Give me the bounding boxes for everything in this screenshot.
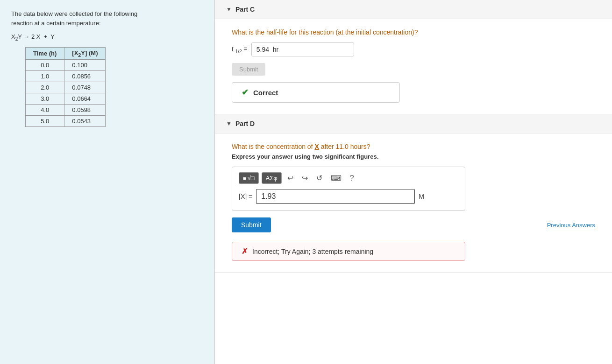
part-c-chevron-icon: ▼: [226, 6, 232, 13]
refresh-icon: ↺: [316, 174, 322, 182]
undo-button[interactable]: ↩: [285, 172, 296, 184]
time-cell: 4.0: [26, 105, 64, 116]
part-c-answer-label: t 1/2 =: [232, 45, 248, 54]
conc-cell: 0.0543: [64, 116, 106, 127]
table-row: 1.00.0856: [26, 71, 106, 82]
time-cell: 3.0: [26, 93, 64, 105]
table-row: 3.00.0664: [26, 93, 106, 105]
previous-answers-link[interactable]: Previous Answers: [547, 222, 595, 229]
math-input-wrapper: ■ √□ ΑΣφ ↩ ↪ ↺ ⌨: [232, 167, 465, 211]
conc-cell: 0.100: [64, 60, 106, 71]
redo-button[interactable]: ↪: [299, 172, 311, 184]
part-c-body: What is the half-life for this reaction …: [215, 19, 612, 114]
reaction-equation: X2Y → 2 X + Y: [11, 32, 203, 42]
greek-button[interactable]: ΑΣφ: [262, 172, 282, 184]
part-d-instruction: Express your answer using two significan…: [232, 153, 595, 160]
keyboard-button[interactable]: ⌨: [328, 172, 344, 184]
part-d-submit-button[interactable]: Submit: [232, 217, 271, 232]
part-c-answer-row: t 1/2 =: [232, 42, 595, 56]
conc-cell: 0.0856: [64, 71, 106, 82]
part-d-actions-row: Submit Previous Answers: [232, 217, 595, 237]
math-input-row: [X] = M: [239, 189, 458, 204]
table-row: 2.00.0748: [26, 82, 106, 93]
col-conc-header: [X2Y] (M): [64, 47, 106, 60]
part-c-correct-label: Correct: [253, 89, 278, 97]
part-d-header[interactable]: ▼ Part D: [215, 114, 612, 133]
math-template-button[interactable]: ■ √□: [239, 172, 259, 184]
table-row: 4.00.0598: [26, 105, 106, 116]
part-d-body: What is the concentration of X after 11.…: [215, 133, 612, 272]
part-c-submit-button: Submit: [232, 63, 265, 76]
refresh-button[interactable]: ↺: [313, 172, 325, 184]
part-c-correct-banner: ✔ Correct: [232, 82, 400, 103]
check-icon: ✔: [242, 87, 249, 98]
part-c-section: ▼ Part C What is the half-life for this …: [215, 0, 612, 114]
left-panel: The data below were collected for the fo…: [0, 0, 215, 364]
keyboard-icon: ⌨: [331, 174, 342, 182]
part-d-incorrect-label: Incorrect; Try Again; 3 attempts remaini…: [252, 248, 373, 255]
conc-cell: 0.0748: [64, 82, 106, 93]
right-panel: ▼ Part C What is the half-life for this …: [215, 0, 612, 364]
help-button[interactable]: ?: [347, 172, 357, 184]
part-d-section: ▼ Part D What is the concentration of X …: [215, 114, 612, 273]
time-cell: 5.0: [26, 116, 64, 127]
time-cell: 2.0: [26, 82, 64, 93]
help-icon: ?: [350, 174, 354, 182]
data-table: Time (h) [X2Y] (M) 0.00.1001.00.08562.00…: [25, 47, 106, 127]
greek-label: ΑΣφ: [266, 175, 278, 182]
math-sqrt-label: √□: [248, 175, 255, 182]
part-d-label: Part D: [235, 120, 255, 127]
part-d-question: What is the concentration of X after 11.…: [232, 143, 595, 150]
x-icon: ✗: [242, 247, 248, 256]
time-cell: 1.0: [26, 71, 64, 82]
time-cell: 0.0: [26, 60, 64, 71]
math-toolbar: ■ √□ ΑΣφ ↩ ↪ ↺ ⌨: [239, 172, 458, 184]
part-d-answer-input[interactable]: [256, 189, 415, 204]
part-c-answer-input[interactable]: [251, 42, 354, 56]
description-text: The data below were collected for the fo…: [11, 9, 203, 28]
redo-icon: ↪: [302, 174, 308, 182]
undo-icon: ↩: [287, 174, 293, 182]
math-prefix-label: [X] =: [239, 193, 252, 200]
part-c-question: What is the half-life for this reaction …: [232, 28, 595, 36]
part-d-unit-label: M: [419, 193, 424, 200]
conc-cell: 0.0598: [64, 105, 106, 116]
table-row: 5.00.0543: [26, 116, 106, 127]
part-d-incorrect-banner: ✗ Incorrect; Try Again; 3 attempts remai…: [232, 242, 465, 261]
math-block-icon: ■: [243, 175, 246, 181]
col-time-header: Time (h): [26, 47, 64, 60]
table-row: 0.00.100: [26, 60, 106, 71]
part-d-chevron-icon: ▼: [226, 120, 232, 127]
part-c-header[interactable]: ▼ Part C: [215, 0, 612, 19]
conc-cell: 0.0664: [64, 93, 106, 105]
part-c-label: Part C: [235, 6, 255, 13]
